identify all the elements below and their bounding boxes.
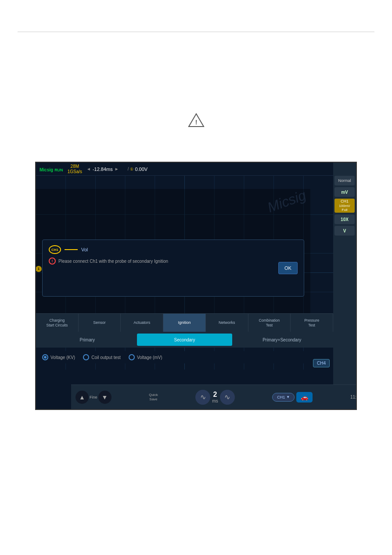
- ch1-control-label: CH1: [277, 395, 285, 399]
- bottom-controls-bar: ▲ Fine ▼ QuickSave ∿ 2 ms ∿ CH1: [71, 385, 357, 409]
- fine-control-group: ▲ Fine ▼: [76, 391, 111, 404]
- right-panel: Normal mV CH1 100mV Full 10X V: [333, 163, 356, 409]
- radio-options-row: Voltage (KV) Coil output test Voltage (m…: [40, 351, 330, 363]
- dialog-vol-label: Vol: [81, 247, 88, 252]
- radio-dot-coil-output: [83, 354, 89, 360]
- mv-display: mV: [334, 187, 355, 197]
- ch1-display[interactable]: CH1 100mV Full: [334, 199, 355, 213]
- time-display: 2 ms: [212, 391, 218, 403]
- warning-icon: !: [187, 112, 205, 128]
- ch1-control-group: CH1 ▼ 🚗: [272, 392, 313, 403]
- subtab-primary-secondary[interactable]: Primary+Secondary: [234, 334, 330, 346]
- osc-header: MicsigRUN 28M 1GSa/s ◄ -12.84ms ► / ① 0.…: [36, 163, 356, 176]
- dialog-ch1-badge: CH1: [49, 245, 61, 254]
- radio-dot-voltage-kv: [42, 354, 48, 360]
- 10x-button[interactable]: 10X: [334, 214, 355, 224]
- down-arrow-button[interactable]: ▼: [98, 391, 111, 404]
- normal-button[interactable]: Normal: [334, 176, 355, 185]
- trigger-voltage: 0.00V: [135, 167, 147, 172]
- tab-sensor[interactable]: Sensor: [79, 314, 121, 332]
- radio-voltage-kv[interactable]: Voltage (KV): [42, 354, 75, 360]
- tab-charging-start[interactable]: ChargingStart Circuits: [36, 314, 79, 332]
- radio-label-voltage-mv: Voltage (mV): [137, 355, 162, 360]
- warning-area: !: [0, 112, 392, 128]
- sub-tabs-bar: Primary Secondary Primary+Secondary: [36, 332, 333, 348]
- tab-combination-test[interactable]: CombinationTest: [248, 314, 291, 332]
- quick-save-button[interactable]: QuickSave: [149, 393, 158, 401]
- ch1-mode: Full: [342, 208, 348, 212]
- timebase-display: ◄ -12.84ms ►: [86, 167, 119, 172]
- dialog-connector-line: [65, 249, 78, 250]
- trigger-icon: /: [128, 167, 129, 171]
- ignition-tabs: ChargingStart Circuits Sensor Actuators …: [36, 313, 333, 332]
- car-icon: 🚗: [301, 394, 308, 401]
- radio-dot-voltage-mv: [129, 354, 135, 360]
- wave-controls: ∿ 2 ms ∿: [195, 390, 234, 405]
- ch1-label: CH1: [341, 199, 349, 204]
- time-unit: ms: [212, 399, 218, 403]
- time-value: 2: [213, 391, 217, 399]
- top-rule: [18, 32, 374, 32]
- tab-actuators[interactable]: Actuators: [121, 314, 163, 332]
- dialog-info-icon: !: [49, 258, 56, 265]
- radio-voltage-mv[interactable]: Voltage (mV): [129, 354, 162, 360]
- ch1-down-arrow: ▼: [286, 395, 290, 399]
- timebase-left-arrow[interactable]: ◄: [86, 167, 91, 171]
- wave1-button[interactable]: ∿: [195, 390, 210, 405]
- up-arrow-button[interactable]: ▲: [76, 391, 89, 404]
- v-button[interactable]: V: [334, 226, 355, 236]
- time-phone-group: 11:09 ⌄ 📱: [350, 391, 357, 404]
- ch1-volts: 100mV: [339, 204, 350, 208]
- brand-logo: MicsigRUN: [39, 166, 63, 173]
- tab-networks[interactable]: Networks: [206, 314, 248, 332]
- svg-text:!: !: [195, 119, 197, 126]
- radio-label-coil-output: Coil output test: [91, 355, 121, 360]
- radio-coil-output[interactable]: Coil output test: [83, 354, 121, 360]
- connection-dialog: CH1 Vol ! Please connect Ch1 with the pr…: [42, 239, 304, 297]
- radio-label-voltage-kv: Voltage (KV): [50, 355, 75, 360]
- tab-ignition[interactable]: Ignition: [163, 314, 206, 332]
- trigger-ch-icon: ①: [130, 167, 133, 171]
- quick-save-label: QuickSave: [149, 393, 158, 401]
- osc-grid: Micsig 1 ChargingStart Circuits Sensor A…: [36, 176, 333, 370]
- clock-time: 11:09: [350, 395, 357, 399]
- dialog-ok-button[interactable]: OK: [278, 262, 298, 274]
- car-button[interactable]: 🚗: [296, 392, 313, 403]
- tab-pressure-test[interactable]: PressureTest: [291, 314, 333, 332]
- trigger-display: / ① 0.00V: [128, 167, 148, 172]
- dialog-ch1-row: CH1 Vol: [49, 245, 298, 254]
- fine-label: Fine: [90, 395, 97, 399]
- timebase-right-arrow[interactable]: ►: [115, 167, 119, 171]
- time-offset: -12.84ms: [93, 167, 113, 172]
- dialog-info-text: Please connect Ch1 with the probe of sec…: [58, 259, 168, 264]
- oscilloscope-screen: MicsigRUN 28M 1GSa/s ◄ -12.84ms ► / ① 0.…: [35, 162, 357, 410]
- dialog-info-row: ! Please connect Ch1 with the probe of s…: [49, 258, 298, 265]
- memory-display: 28M 1GSa/s: [68, 164, 82, 174]
- wave2-button[interactable]: ∿: [220, 390, 235, 405]
- subtab-primary[interactable]: Primary: [40, 334, 135, 346]
- ch4-badge[interactable]: CH4: [313, 359, 330, 367]
- ch1-control-badge[interactable]: CH1 ▼: [272, 393, 295, 402]
- subtab-secondary[interactable]: Secondary: [137, 334, 233, 346]
